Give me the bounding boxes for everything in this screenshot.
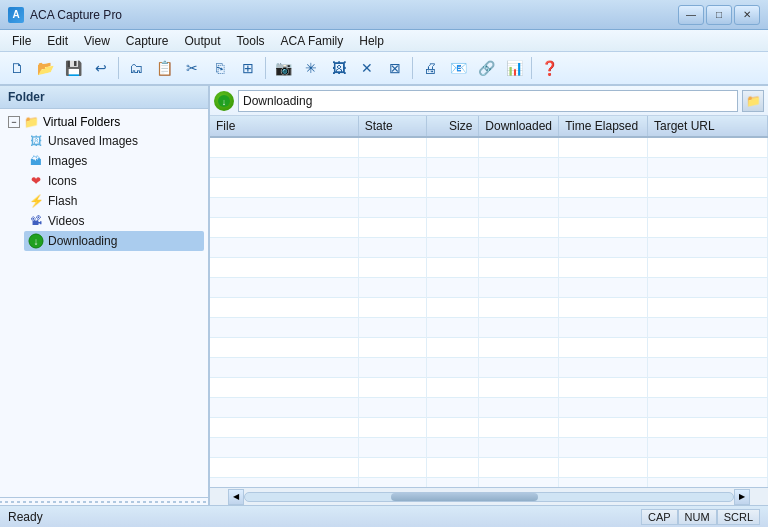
tree-item-unsaved[interactable]: 🖼 Unsaved Images bbox=[24, 131, 204, 151]
format-btn[interactable]: ⎘ bbox=[207, 55, 233, 81]
table-row bbox=[210, 157, 768, 177]
status-text: Ready bbox=[8, 510, 43, 524]
tree-root: − 📁 Virtual Folders bbox=[4, 113, 204, 131]
horizontal-scrollbar[interactable]: ◀ ▶ bbox=[210, 487, 768, 505]
props-btn[interactable]: 📊 bbox=[501, 55, 527, 81]
title-left: A ACA Capture Pro bbox=[8, 7, 122, 23]
left-panel: Folder − 📁 Virtual Folders 🖼 Unsaved Ima… bbox=[0, 86, 210, 505]
tree-item-videos[interactable]: 📽 Videos bbox=[24, 211, 204, 231]
virtual-folders-label[interactable]: Virtual Folders bbox=[43, 115, 120, 129]
scroll-right-button[interactable]: ▶ bbox=[734, 489, 750, 505]
toolbar-separator bbox=[412, 57, 413, 79]
email-btn[interactable]: 📧 bbox=[445, 55, 471, 81]
scroll-left-button[interactable]: ◀ bbox=[228, 489, 244, 505]
paste-btn[interactable]: 📋 bbox=[151, 55, 177, 81]
svg-text:↓: ↓ bbox=[222, 97, 227, 107]
menu-item-file[interactable]: File bbox=[4, 32, 39, 50]
menu-item-help[interactable]: Help bbox=[351, 32, 392, 50]
svg-text:↓: ↓ bbox=[34, 236, 39, 247]
capture3-btn[interactable]: 🖼 bbox=[326, 55, 352, 81]
images-label: Images bbox=[48, 154, 87, 168]
tree-item-downloading[interactable]: ↓ Downloading bbox=[24, 231, 204, 251]
help-btn[interactable]: ❓ bbox=[536, 55, 562, 81]
table-row bbox=[210, 477, 768, 487]
unsaved-icon: 🖼 bbox=[28, 133, 44, 149]
right-panel: ↓ 📁 File State Size Downloaded Time Elap… bbox=[210, 86, 768, 505]
col-time-elapsed[interactable]: Time Elapsed bbox=[559, 116, 648, 137]
delete-btn[interactable]: ✕ bbox=[354, 55, 380, 81]
status-bar: Ready CAP NUM SCRL bbox=[0, 505, 768, 527]
scrollbar-thumb[interactable] bbox=[391, 493, 537, 501]
menu-item-output[interactable]: Output bbox=[177, 32, 229, 50]
videos-icon: 📽 bbox=[28, 213, 44, 229]
print-btn[interactable]: 🖨 bbox=[417, 55, 443, 81]
table-row bbox=[210, 337, 768, 357]
file-table[interactable]: File State Size Downloaded Time Elapsed … bbox=[210, 116, 768, 487]
cut-btn[interactable]: ✂ bbox=[179, 55, 205, 81]
flash-label: Flash bbox=[48, 194, 77, 208]
num-indicator: NUM bbox=[678, 509, 717, 525]
tree-item-images[interactable]: 🏔 Images bbox=[24, 151, 204, 171]
window-controls: — □ ✕ bbox=[678, 5, 760, 25]
title-text: ACA Capture Pro bbox=[30, 8, 122, 22]
capture-btn[interactable]: 📷 bbox=[270, 55, 296, 81]
app-icon: A bbox=[8, 7, 24, 23]
table-row bbox=[210, 137, 768, 157]
toolbar-separator bbox=[265, 57, 266, 79]
download-circle-icon: ↓ bbox=[214, 91, 234, 111]
virtual-folders-icon: 📁 bbox=[24, 115, 39, 129]
menu-bar: FileEditViewCaptureOutputToolsACA Family… bbox=[0, 30, 768, 52]
col-file[interactable]: File bbox=[210, 116, 358, 137]
menu-item-capture[interactable]: Capture bbox=[118, 32, 177, 50]
col-target-url[interactable]: Target URL bbox=[648, 116, 768, 137]
new-btn[interactable]: 🗋 bbox=[4, 55, 30, 81]
download-url-input[interactable] bbox=[238, 90, 738, 112]
icons-icon: ❤ bbox=[28, 173, 44, 189]
tree-item-icons[interactable]: ❤ Icons bbox=[24, 171, 204, 191]
scrl-indicator: SCRL bbox=[717, 509, 760, 525]
open-btn[interactable]: 📂 bbox=[32, 55, 58, 81]
downloading-icon: ↓ bbox=[28, 233, 44, 249]
grid-btn[interactable]: ⊞ bbox=[235, 55, 261, 81]
unsaved-label: Unsaved Images bbox=[48, 134, 138, 148]
cap-indicator: CAP bbox=[641, 509, 678, 525]
copy-btn[interactable]: 🗂 bbox=[123, 55, 149, 81]
table-header: File State Size Downloaded Time Elapsed … bbox=[210, 116, 768, 137]
downloads-table: File State Size Downloaded Time Elapsed … bbox=[210, 116, 768, 487]
downloading-label: Downloading bbox=[48, 234, 117, 248]
folder-browse-button[interactable]: 📁 bbox=[742, 90, 764, 112]
minimize-button[interactable]: — bbox=[678, 5, 704, 25]
menu-item-view[interactable]: View bbox=[76, 32, 118, 50]
table-row bbox=[210, 177, 768, 197]
col-downloaded[interactable]: Downloaded bbox=[479, 116, 559, 137]
panel-resizer[interactable] bbox=[0, 497, 208, 505]
col-size[interactable]: Size bbox=[426, 116, 479, 137]
table-row bbox=[210, 417, 768, 437]
maximize-button[interactable]: □ bbox=[706, 5, 732, 25]
close-button[interactable]: ✕ bbox=[734, 5, 760, 25]
delete2-btn[interactable]: ⊠ bbox=[382, 55, 408, 81]
link-btn[interactable]: 🔗 bbox=[473, 55, 499, 81]
table-row bbox=[210, 257, 768, 277]
menu-item-tools[interactable]: Tools bbox=[229, 32, 273, 50]
scrollbar-track[interactable] bbox=[244, 492, 734, 502]
tree-item-flash[interactable]: ⚡ Flash bbox=[24, 191, 204, 211]
toolbar-separator bbox=[531, 57, 532, 79]
save-btn[interactable]: 💾 bbox=[60, 55, 86, 81]
table-body bbox=[210, 137, 768, 487]
capture2-btn[interactable]: ✳ bbox=[298, 55, 324, 81]
title-bar: A ACA Capture Pro — □ ✕ bbox=[0, 0, 768, 30]
expand-icon[interactable]: − bbox=[8, 116, 20, 128]
icons-label: Icons bbox=[48, 174, 77, 188]
table-row bbox=[210, 197, 768, 217]
table-row bbox=[210, 297, 768, 317]
col-state[interactable]: State bbox=[358, 116, 426, 137]
menu-item-aca family[interactable]: ACA Family bbox=[273, 32, 352, 50]
images-icon: 🏔 bbox=[28, 153, 44, 169]
table-row bbox=[210, 357, 768, 377]
toolbar: 🗋📂💾↩🗂📋✂⎘⊞📷✳🖼✕⊠🖨📧🔗📊❓ bbox=[0, 52, 768, 86]
table-row bbox=[210, 397, 768, 417]
undo-btn[interactable]: ↩ bbox=[88, 55, 114, 81]
toolbar-separator bbox=[118, 57, 119, 79]
menu-item-edit[interactable]: Edit bbox=[39, 32, 76, 50]
